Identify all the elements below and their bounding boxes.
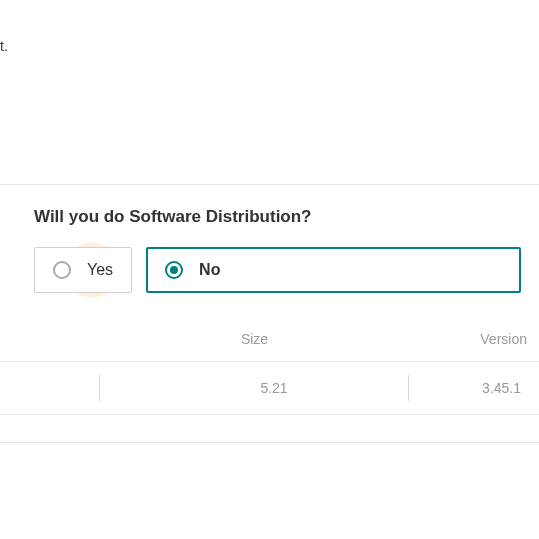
table-row: 5.21 3.45.1 <box>0 361 539 415</box>
cell-version: 3.45.1 <box>409 380 539 396</box>
cell-spacer <box>0 375 100 401</box>
top-text-fragment: t. <box>0 0 539 54</box>
radio-circle-icon <box>53 261 71 279</box>
main-section: Will you do Software Distribution? Yes N… <box>0 184 539 443</box>
column-header-version: Version <box>409 331 539 347</box>
bottom-border <box>0 415 539 443</box>
radio-circle-icon <box>165 261 183 279</box>
cell-size: 5.21 <box>100 380 408 396</box>
radio-label-no: No <box>199 261 220 279</box>
radio-option-no[interactable]: No <box>146 247 521 293</box>
radio-group: Yes No <box>0 247 539 293</box>
radio-label-yes: Yes <box>87 261 113 279</box>
radio-option-yes[interactable]: Yes <box>34 247 132 293</box>
table-headers: Size Version <box>0 331 539 361</box>
column-header-size: Size <box>0 331 409 347</box>
radio-dot-icon <box>170 266 178 274</box>
question-title: Will you do Software Distribution? <box>0 207 539 227</box>
